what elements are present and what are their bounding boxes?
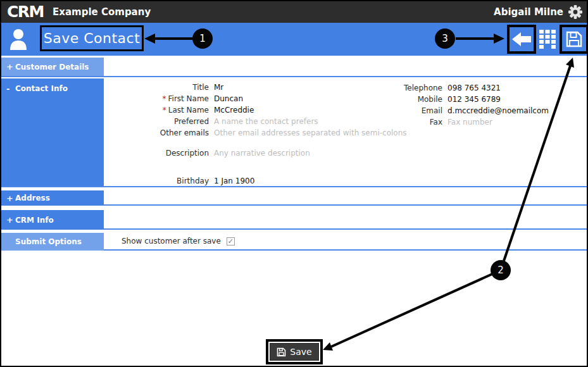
fax-field[interactable]: Fax number [447,118,492,127]
crm-logo: CRM [7,1,44,23]
first-name-field[interactable]: Duncan [214,94,243,103]
show-customer-checkbox[interactable]: ✓ [227,237,235,246]
section-crm-info: + CRM Info [1,207,587,230]
building-icon [539,30,556,49]
contact-form-right-column: Telephone 098 765 4321 Mobile 012 345 67… [389,84,549,129]
sidebar-label: Customer Details [15,63,89,72]
other-emails-field[interactable]: Other email addresses separated with sem… [214,128,407,137]
section-submit-options: Submit Options Show customer after save … [1,231,587,251]
last-name-field[interactable]: McCreddie [214,106,254,115]
field-label: Mobile [389,95,447,104]
required-asterisk: * [163,94,166,103]
field-row-email: Email d.mccreddie@noemailcom [389,106,549,118]
sidebar-item-customer-details[interactable]: + Customer Details [1,58,104,76]
page-title-annotation-box: Save Contact [40,25,144,51]
telephone-field[interactable]: 098 765 4321 [447,84,501,92]
field-row-other-emails: Other emails Other email addresses separ… [104,128,407,140]
annotation-circle-2 [491,260,511,280]
expand-plus-icon: + [6,62,15,72]
field-label: *Last Name [104,106,214,115]
birthday-field[interactable]: 1 Jan 1900 [214,177,254,185]
collapse-minus-icon: - [6,84,15,94]
toolbar: Save Contact [1,23,587,56]
arrowhead-to-save-button [323,342,333,351]
section-address: + Address [1,189,587,206]
sidebar-item-crm-info[interactable]: + CRM Info [1,210,104,230]
email-field[interactable]: d.mccreddie@noemailcom [447,106,549,115]
contact-form-left-column: Title Mr *First Name Duncan *Last Name M… [104,83,407,188]
user-name[interactable]: Abigail Milne [494,6,563,18]
page-title: Save Contact [44,30,141,46]
sidebar-label: Submit Options [15,237,82,246]
field-row-first-name: *First Name Duncan [104,94,407,106]
save-button[interactable]: Save [270,343,319,361]
crm-window: CRM Example Company Abigail Milne [0,0,588,367]
section-customer-details: + Customer Details [1,58,587,77]
save-button-label: Save [290,347,311,357]
back-button[interactable] [507,25,536,54]
sidebar-item-address[interactable]: + Address [1,190,104,206]
save-button-annotation-box: Save [266,339,323,364]
title-field[interactable]: Mr [214,83,223,92]
field-row-last-name: *Last Name McCreddie [104,106,407,117]
field-row-birthday: Birthday 1 Jan 1900 [104,177,407,188]
expand-plus-icon: + [6,194,15,203]
show-customer-label: Show customer after save [122,237,221,246]
sidebar-label: Address [15,194,50,202]
check-icon: ✓ [228,238,234,245]
field-row-description: Description Any narrative description [104,149,407,160]
section-contact-info: - Contact Info Title Mr *First Name Dunc… [1,78,587,187]
annotation-number-2: 2 [497,264,504,276]
field-label: Other emails [104,128,214,137]
field-label: Description [104,149,214,158]
field-row-title: Title Mr [104,83,407,94]
field-label: Telephone [389,84,447,92]
expand-plus-icon: + [6,215,15,225]
field-label: Title [104,83,214,92]
preferred-field[interactable]: A name the contact prefers [214,117,318,126]
company-name: Example Company [53,6,151,18]
field-row-telephone: Telephone 098 765 4321 [389,84,549,95]
save-disk-icon [565,30,584,49]
toolbar-save-button[interactable] [560,25,588,54]
top-bar: CRM Example Company Abigail Milne [1,1,587,23]
required-asterisk: * [163,106,166,115]
save-disk-icon [277,347,286,357]
back-arrow-icon [512,31,531,47]
mobile-field[interactable]: 012 345 6789 [447,95,501,104]
field-label: Preferred [104,117,214,126]
submit-options-row: Show customer after save ✓ [122,237,235,246]
field-row-preferred: Preferred A name the contact prefers [104,117,407,128]
field-row-fax: Fax Fax number [389,118,549,129]
settings-gear-icon[interactable] [568,5,582,19]
sidebar-item-submit-options[interactable]: Submit Options [1,233,104,251]
field-label: *First Name [104,94,214,103]
field-label: Fax [389,118,447,127]
sidebar-label: Contact Info [15,84,68,93]
company-building-button[interactable] [539,30,556,51]
field-row-mobile: Mobile 012 345 6789 [389,95,549,106]
sidebar-item-contact-info[interactable]: - Contact Info [1,78,104,186]
field-label: Email [389,106,447,115]
sidebar-label: CRM Info [15,216,54,225]
contact-person-icon [9,28,27,53]
field-label: Birthday [104,177,214,185]
description-field[interactable]: Any narrative description [214,149,310,158]
